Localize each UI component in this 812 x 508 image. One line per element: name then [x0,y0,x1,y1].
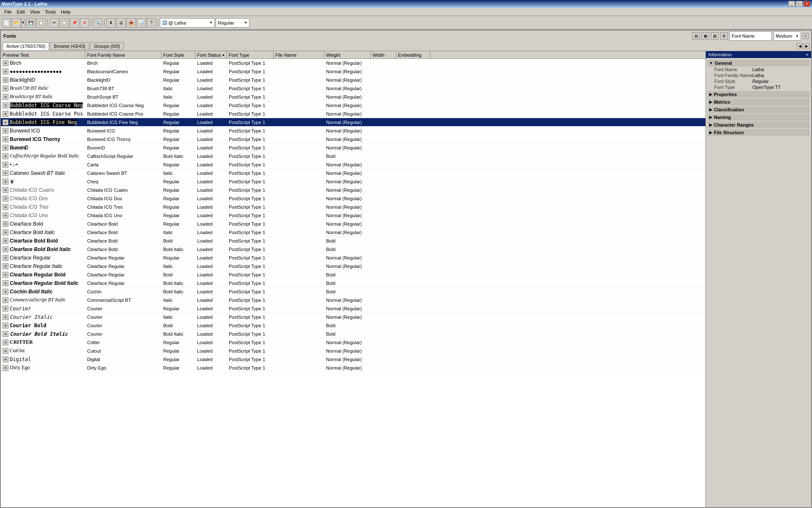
menu-edit[interactable]: Edit [14,8,27,15]
font-row[interactable]: a Courier Courier Regular Loaded PostScr… [1,304,705,313]
font-row[interactable]: a Bubbledot ICG Fine Neg Bubbledot ICG F… [1,118,705,127]
info-section-header-2[interactable]: ▶Metrics [708,99,809,105]
info-panel-close[interactable]: × [806,52,809,57]
info-label: Font Family Name [714,73,752,78]
font-row[interactable]: a Courier Italic Courier Italic Loaded P… [1,313,705,321]
copy-button[interactable]: 📋 [60,18,69,28]
style-selector[interactable]: Regular ▼ [216,18,250,28]
info-section-header-1[interactable]: ▶Properties [708,91,809,98]
tab-groups[interactable]: Groups (0/0) [90,42,124,50]
header-weight[interactable]: Weight [324,51,371,58]
cut-button[interactable]: ✂ [49,18,59,28]
view-btn-3[interactable]: ▧ [711,32,719,40]
font-selector[interactable]: 🔤 @ Latha ▼ [160,18,215,28]
save-button[interactable]: 💾 [26,18,36,28]
find-button[interactable]: 🔍 [93,18,102,28]
export-button[interactable]: 📤 [126,18,136,28]
menu-view[interactable]: View [27,8,43,15]
font-row[interactable]: a Chilada ICG Uno Chilada ICG Uno Regula… [1,211,705,220]
header-status[interactable]: Font Status ▲ [195,51,227,58]
tab-browse[interactable]: Browse (43/43) [50,42,89,50]
font-row[interactable]: a ♛ Cheq Regular Loaded PostScript Type … [1,177,705,186]
font-row[interactable]: a Courier Bold Courier Bold Loaded PostS… [1,321,705,330]
font-row[interactable]: a Birch Birch Regular Loaded PostScript … [1,59,705,67]
font-list[interactable]: a Birch Birch Regular Loaded PostScript … [1,59,705,507]
open-button[interactable]: 📂 [12,18,21,28]
font-row[interactable]: a Chilada ICG Dos Chilada ICG Dos Regula… [1,194,705,203]
font-row[interactable]: a CommercialScript BT Italic CommercialS… [1,296,705,304]
font-row[interactable]: a Cataneo Swash BT Italic Cataneo Swash … [1,169,705,177]
font-row[interactable]: a BrushScript BT Italic BrushScript BT I… [1,93,705,101]
preview-text: Clearface Regular Bold Italic [10,280,79,286]
help-button[interactable]: ? [147,18,156,28]
font-row[interactable]: a CaflischScript Regular Bold Italic Caf… [1,152,705,160]
font-row[interactable]: a Clearface Bold Clearface Bold Regular … [1,220,705,228]
cell-status: Loaded [195,321,227,329]
install-button[interactable]: ⬇ [106,18,115,28]
report-button[interactable]: 📊 [137,18,146,28]
maximize-button[interactable]: □ [796,1,803,7]
font-row[interactable]: a CRITTER Critter Regular Loaded PostScr… [1,338,705,347]
search-box[interactable] [730,31,772,41]
font-row[interactable]: a ●●●●●●●●●●●●●●●●● BlackcurrantCameo Re… [1,67,705,76]
font-row[interactable]: a Clearface Regular Clearface Regular Re… [1,254,705,262]
print-button[interactable]: 🖨 [116,18,126,28]
font-row[interactable]: a Clearface Bold Bold Italic Clearface B… [1,245,705,254]
search-input[interactable] [732,33,765,39]
minimize-button[interactable]: _ [788,1,795,7]
paste-button[interactable]: 📌 [70,18,79,28]
view-btn-1[interactable]: ▤ [692,32,700,40]
tab-active[interactable]: Active (1760/1760) [3,42,49,50]
header-width[interactable]: Width [371,51,396,58]
view-btn-4[interactable]: ⊞ [720,32,728,40]
cell-filename [274,355,324,363]
font-row[interactable]: a Bubbledot ICG Coarse Neg Bubbledot ICG… [1,101,705,110]
new-button[interactable]: 📄 [2,18,11,28]
font-row[interactable]: a Clearface Regular Bold Italic Clearfac… [1,279,705,287]
font-row[interactable]: a Clearface Regular Bold Clearface Regul… [1,271,705,279]
font-row[interactable]: a Burweed ICG Burweed ICG Regular Loaded… [1,127,705,135]
info-section-header-4[interactable]: ▶Naming [708,114,809,121]
menu-help[interactable]: Help [58,8,73,15]
font-row[interactable]: a BlacklightD BlacklightD Regular Loaded… [1,76,705,84]
cell-style: Regular [162,203,195,211]
view-mode-dropdown[interactable]: Medium ▼ [774,31,801,41]
cell-family: Chilada ICG Cuatro [85,186,162,194]
header-preview[interactable]: Preview Text [1,51,85,58]
delete-button[interactable]: ✕ [80,18,89,28]
font-row[interactable]: a Bubbledot ICG Coarse Pos Bubbledot ICG… [1,110,705,118]
close-panel-button[interactable]: × [803,33,809,39]
font-row[interactable]: a Chilada ICG Cuatro Chilada ICG Cuatro … [1,186,705,194]
info-section-header-5[interactable]: ▶Character Ranges [708,121,809,128]
font-row[interactable]: a Cochin Bold Italic Cochin Bold Italic … [1,287,705,296]
info-section-header-6[interactable]: ▶File Structure [708,129,809,136]
tab-next-button[interactable]: ▶ [804,43,809,49]
font-row[interactable]: a Chilada ICG Tres Chilada ICG Tres Regu… [1,203,705,211]
font-row[interactable]: a Clearface Regular Italic Clearface Reg… [1,262,705,271]
view-btn-2[interactable]: ▦ [702,32,709,40]
header-style[interactable]: Font Style [162,51,195,58]
info-section-header-0[interactable]: ▼General [708,60,809,66]
cell-status: Loaded [195,304,227,312]
menu-file[interactable]: File [2,8,14,15]
header-family[interactable]: Font Family Name [85,51,162,58]
open-dropdown[interactable]: ▼ [21,18,25,28]
font-row[interactable]: a Clearface Bold Bold Clearface Bold Bol… [1,237,705,245]
font-row[interactable]: a Brush738 BT Italic Brush738 BT Italic … [1,84,705,93]
font-row[interactable]: a Dirty Ego Dirty Ego Regular Loaded Pos… [1,364,705,372]
save-as-button[interactable]: 📋 [36,18,46,28]
font-row[interactable]: a Digital Digital Regular Loaded PostScr… [1,355,705,364]
header-filename[interactable]: File Name [274,51,324,58]
tab-prev-button[interactable]: ◀ [797,43,803,49]
font-row[interactable]: a Burweed ICG Thorny Burweed ICG Thorny … [1,135,705,144]
close-button[interactable]: × [804,1,810,7]
font-row[interactable]: a Clearface Bold Italic Clearface Bold I… [1,228,705,237]
font-row[interactable]: a Courier Bold Italic Courier Bold Itali… [1,330,705,338]
font-row[interactable]: a CutOut Cutout Regular Loaded PostScrip… [1,347,705,355]
font-row[interactable]: a •.○•. Carta Regular Loaded PostScript … [1,160,705,169]
font-row[interactable]: a BuxomD BuxomD Regular Loaded PostScrip… [1,144,705,152]
header-type[interactable]: Font Type [227,51,274,58]
info-section-header-3[interactable]: ▶Classification [708,106,809,113]
header-embedding[interactable]: Embedding [396,51,430,58]
menu-tools[interactable]: Tools [42,8,58,15]
